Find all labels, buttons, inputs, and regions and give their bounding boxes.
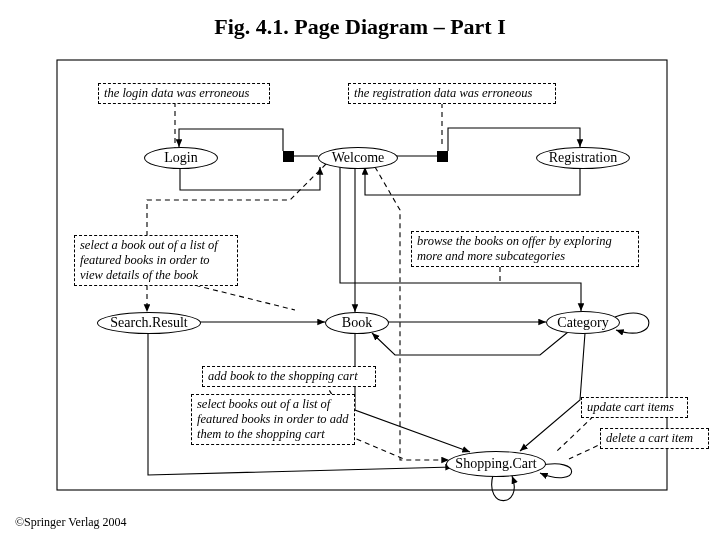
note-browse-subcategories: browse the books on offer by exploring m… — [411, 231, 639, 267]
note-delete-cart: delete a cart item — [600, 428, 709, 449]
note-registration-error: the registration data was erroneous — [348, 83, 556, 104]
node-book: Book — [325, 312, 389, 334]
note-login-error: the login data was erroneous — [98, 83, 270, 104]
node-category: Category — [546, 311, 620, 334]
node-welcome: Welcome — [318, 147, 398, 169]
note-add-book: add book to the shopping cart — [202, 366, 376, 387]
junction-square — [437, 151, 448, 162]
junction-square — [283, 151, 294, 162]
node-registration: Registration — [536, 147, 630, 169]
node-shopping-cart: Shopping.Cart — [446, 451, 546, 477]
note-update-cart: update cart items — [581, 397, 688, 418]
note-select-featured-details: select a book out of a list of featured … — [74, 235, 238, 286]
node-search-result: Search.Result — [97, 312, 201, 334]
note-select-featured-add: select books out of a list of featured b… — [191, 394, 355, 445]
node-login: Login — [144, 147, 218, 169]
